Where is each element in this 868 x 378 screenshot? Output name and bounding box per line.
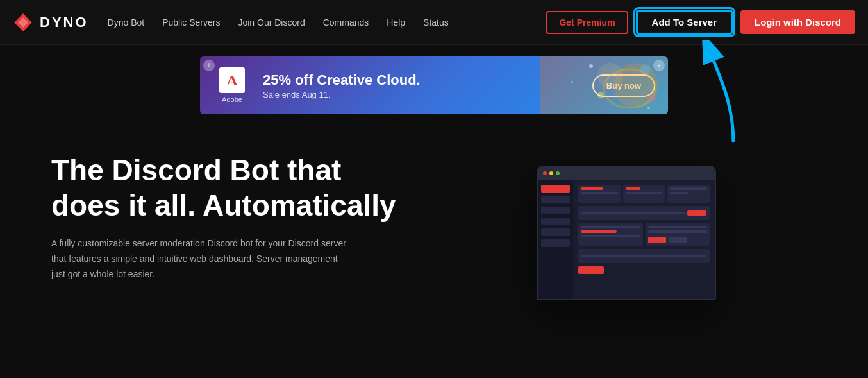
dash-dot-red: [543, 171, 547, 175]
svg-point-9: [589, 64, 593, 68]
adobe-label: Adobe: [222, 96, 242, 103]
dash-btn-row: [578, 266, 710, 274]
svg-point-7: [597, 92, 604, 98]
dash-body: [538, 180, 715, 299]
hero-image: [436, 153, 817, 300]
dash-titlebar: [538, 167, 715, 180]
nav-actions: Get Premium Add To Server Login with Dis…: [546, 10, 855, 35]
dash-sidebar-item: [541, 185, 570, 193]
ad-adobe-logo: A Adobe: [213, 67, 251, 103]
dash-dot-green: [556, 171, 560, 175]
commands-link[interactable]: Commands: [323, 17, 369, 28]
hero-section: The Discord Bot that does it all. Automa…: [0, 114, 868, 326]
dash-sidebar-item: [541, 196, 570, 203]
nav-links: Dyno Bot Public Servers Join Our Discord…: [108, 17, 547, 28]
dash-dot-yellow: [549, 171, 553, 175]
ad-container: i A Adobe 25% off Creative Cloud. Sale e…: [0, 56, 868, 114]
dash-card: [578, 185, 621, 203]
dash-sidebar-item: [541, 239, 570, 247]
dash-row: [578, 223, 710, 246]
public-servers-link[interactable]: Public Servers: [162, 17, 220, 28]
logo-area[interactable]: DYNO: [13, 12, 88, 33]
dash-sidebar: [538, 180, 573, 299]
dyno-logo-icon: [13, 12, 33, 33]
ad-close-button[interactable]: ×: [653, 60, 665, 71]
add-to-server-button[interactable]: Add To Server: [636, 10, 733, 35]
adobe-icon: A: [219, 67, 245, 93]
dash-sidebar-item: [541, 207, 570, 214]
dash-card: [623, 185, 665, 203]
logo-text: DYNO: [40, 14, 88, 31]
dash-card: [646, 223, 710, 246]
login-with-discord-button[interactable]: Login with Discord: [740, 10, 855, 34]
ad-settings-icon[interactable]: i: [203, 60, 215, 71]
dash-sidebar-item: [541, 228, 570, 236]
dash-wide-row: [578, 249, 710, 263]
help-link[interactable]: Help: [387, 17, 405, 28]
join-discord-link[interactable]: Join Our Discord: [238, 17, 305, 28]
dash-card: [667, 185, 710, 203]
get-premium-button[interactable]: Get Premium: [546, 11, 628, 34]
svg-point-10: [647, 107, 650, 109]
dash-card: [578, 223, 643, 246]
dyno-bot-link[interactable]: Dyno Bot: [108, 17, 145, 28]
ad-headline: 25% off Creative Cloud.: [263, 72, 581, 89]
ad-text: 25% off Creative Cloud. Sale ends Aug 11…: [263, 72, 581, 99]
dashboard-mockup: [537, 166, 716, 300]
hero-description: A fully customizable server moderation D…: [51, 236, 346, 282]
dash-sidebar-item: [541, 218, 570, 225]
hero-text: The Discord Bot that does it all. Automa…: [51, 153, 410, 282]
ad-subtext: Sale ends Aug 11.: [263, 90, 581, 99]
ad-decoration: [540, 56, 668, 114]
dash-wide-row: [578, 206, 710, 220]
hero-title: The Discord Bot that does it all. Automa…: [51, 153, 410, 223]
ad-banner: i A Adobe 25% off Creative Cloud. Sale e…: [200, 56, 668, 114]
status-link[interactable]: Status: [423, 17, 449, 28]
svg-point-6: [640, 64, 651, 74]
navbar: DYNO Dyno Bot Public Servers Join Our Di…: [0, 0, 868, 45]
dash-row: [578, 185, 710, 203]
dash-content: [573, 180, 715, 299]
svg-point-11: [571, 81, 573, 83]
svg-point-8: [648, 94, 656, 102]
ad-decoration-graphic: [546, 56, 662, 114]
